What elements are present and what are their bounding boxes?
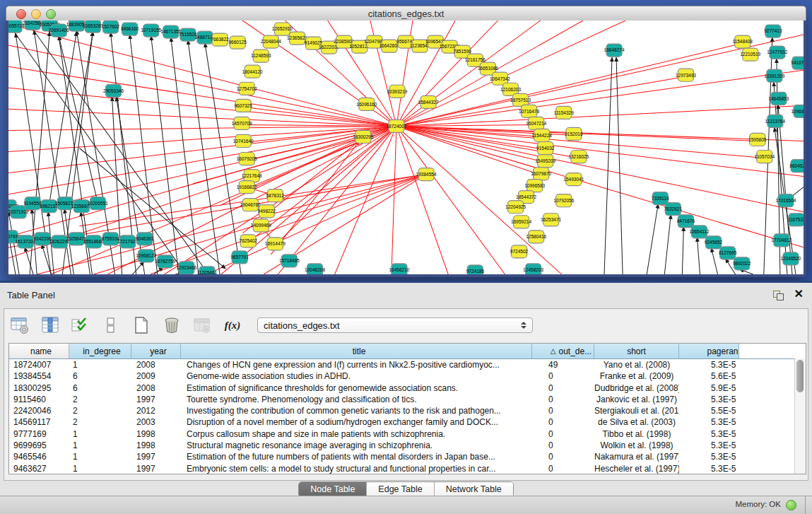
graph-node[interactable]: 12210519 [740,48,760,61]
cell-year[interactable]: 1997 [131,463,181,474]
cell-pagerank[interactable]: 5.3E-5 [679,416,739,428]
cell-short[interactable]: Franke et al. (2009) [594,370,679,382]
cell-pagerank[interactable]: 5.9E-5 [679,382,739,394]
cell-title[interactable]: Estimation of significance thresholds fo… [181,382,532,394]
cell-in_degree[interactable]: 2 [69,394,131,405]
network-canvas[interactable]: 2405572421042560200526842069140618839057… [6,21,806,277]
graph-node[interactable]: 17704812 [771,234,792,247]
graph-node[interactable]: 13216025 [568,151,589,163]
cell-year[interactable]: 2008 [131,382,181,394]
cell-out_degree[interactable]: 0 [532,394,594,405]
cell-name[interactable]: 9465546 [9,451,69,462]
graph-node[interactable]: 14099469 [251,219,271,232]
graph-node[interactable]: 1167533 [788,214,804,226]
graph-node[interactable]: 10792056 [553,194,574,207]
graph-node[interactable]: 11205461 [197,267,218,274]
table-options-icon[interactable] [10,315,30,335]
graph-node[interactable]: 9194558 [23,197,42,210]
cell-year[interactable]: 2008 [131,359,181,370]
graph-node[interactable]: 10719155 [141,24,161,37]
cell-in_degree[interactable]: 6 [69,370,131,382]
cell-year[interactable]: 1998 [131,440,181,451]
graph-node[interactable]: 12580416 [526,230,546,243]
graph-node[interactable]: 12217648 [242,170,262,182]
graph-node[interactable]: 10958127 [136,250,156,262]
table-row[interactable]: 2242004622012Investigating the contribut… [9,405,806,416]
cell-title[interactable]: Corpus callosum shape and size in male p… [181,428,532,440]
table-row[interactable]: 946362711997Embryonic stem cells: a mode… [9,463,806,474]
cell-in_degree[interactable]: 1 [69,451,131,462]
graph-node[interactable]: 7632621 [664,203,683,216]
cell-title[interactable]: Genome-wide association studies in ADHD. [181,370,532,382]
graph-node[interactable]: 10716478 [519,105,539,117]
table-row[interactable]: 969969511998Structural magnetic resonanc… [9,440,806,451]
cell-out_degree[interactable]: 0 [532,440,594,451]
graph-node[interactable]: 16079870 [531,168,551,180]
column-header-out_degree[interactable]: △out_de... [532,344,594,358]
cell-name[interactable]: 18724007 [9,359,69,370]
cell-title[interactable]: Estimation of the future numbers of pati… [181,451,532,462]
graph-node[interactable]: 8471676 [677,215,695,228]
cell-pagerank[interactable]: 5.5E-5 [679,405,739,416]
graph-node[interactable]: 5878312 [266,189,285,202]
graph-node[interactable]: 29053346 [103,84,124,97]
graph-node[interactable]: 16914479 [265,238,286,250]
function-builder-icon[interactable]: f(x) [223,315,242,335]
table-row[interactable]: 1938455462009Genome-wide association stu… [9,370,806,382]
cell-out_degree[interactable]: 0 [532,428,594,440]
graph-node[interactable]: 9657791 [230,251,249,264]
graph-node[interactable]: 12923466 [176,262,196,274]
graph-node[interactable]: 16096160 [356,98,377,110]
cell-in_degree[interactable]: 1 [69,428,131,440]
graph-node[interactable]: 1595805 [748,133,767,146]
graph-node[interactable]: 10654112 [689,226,710,238]
graph-node[interactable]: 11154329 [554,106,574,119]
graph-node[interactable]: 12754702 [237,82,257,95]
graph-node[interactable]: 10741640 [233,134,254,147]
graph-node[interactable]: 10996583 [524,180,545,192]
graph-node[interactable]: 16648274 [604,44,625,57]
graph-node[interactable]: 9410742 [791,57,804,69]
graph-node[interactable]: 9607325 [234,99,252,112]
graph-node[interactable]: 10391209 [764,69,784,82]
graph-node[interactable]: 16253471 [541,214,561,226]
table-selector-dropdown[interactable]: citations_edges.txt [257,317,533,333]
graph-node[interactable]: 10968521 [791,105,804,117]
cell-short[interactable]: Jankovic et al. (1997) [594,394,679,405]
cell-short[interactable]: de Silva et al. (2003) [594,416,679,428]
graph-node[interactable]: 10653287 [83,21,103,33]
graph-node[interactable]: 14570708 [232,117,252,129]
cell-year[interactable]: 2003 [131,416,181,428]
graph-node[interactable]: 17016504 [775,194,796,207]
select-all-icon[interactable] [71,315,90,335]
graph-node[interactable]: 9245852 [705,236,723,249]
graph-node[interactable]: 18044120 [242,65,263,78]
cell-year[interactable]: 2012 [131,405,181,416]
cell-pagerank[interactable]: 5.6E-5 [679,370,739,382]
cell-out_degree[interactable]: 0 [532,405,594,416]
graph-node[interactable]: 11057034 [755,151,775,163]
graph-node[interactable]: 12046520 [780,252,801,265]
cell-name[interactable]: 9115460 [9,394,69,405]
citation-network-graph[interactable]: 2405572421042560200526842069140618839057… [8,21,804,274]
delete-column-icon[interactable] [162,315,182,335]
graph-node[interactable]: 12458203 [523,264,543,274]
cell-short[interactable]: Hescheler et al. (1997) [594,463,679,474]
graph-node[interactable]: 9724502 [510,245,529,258]
cell-year[interactable]: 1997 [131,451,181,462]
cell-title[interactable]: Embryonic stem cells: a model to study s… [181,463,532,474]
table-row[interactable]: 1830029562008Estimation of significance … [9,382,806,394]
tab-node-table[interactable]: Node Table [299,482,367,497]
cell-out_degree[interactable]: 49 [532,359,594,370]
graph-node[interactable]: 16047214 [526,117,546,129]
close-panel-icon[interactable]: ✕ [794,288,804,300]
column-header-short[interactable]: short [594,344,679,358]
cell-in_degree[interactable]: 1 [69,463,131,474]
cell-pagerank[interactable]: 5.3E-5 [679,428,739,440]
graph-node[interactable]: 8604520 [789,160,804,173]
graph-node[interactable]: 8127695 [719,247,737,259]
cell-name[interactable]: 9777169 [9,428,69,440]
cell-title[interactable]: Investigating the contribution of common… [181,405,532,416]
graph-node[interactable]: 14645853 [768,92,789,105]
graph-node[interactable]: 9660125 [228,36,247,49]
